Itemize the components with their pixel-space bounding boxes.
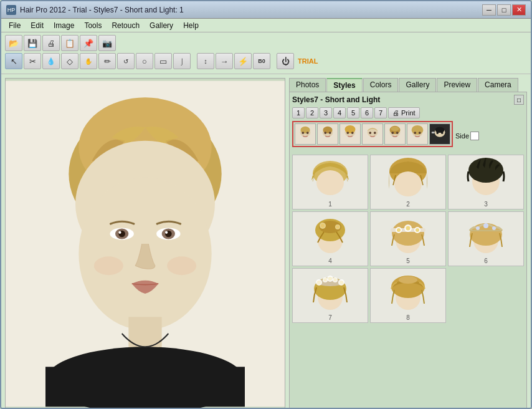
style-thumb-4[interactable] [362, 123, 383, 145]
hair-image-5 [383, 214, 433, 255]
collapse-button[interactable]: □ [514, 95, 524, 105]
rect-tool[interactable]: ▭ [154, 53, 172, 69]
svg-point-49 [316, 170, 344, 195]
hair-cell-4[interactable]: 4 [292, 211, 368, 266]
cut-tool[interactable]: ✂ [24, 53, 41, 69]
svg-point-37 [396, 132, 399, 134]
menu-edit[interactable]: Edit [26, 20, 49, 31]
save-button[interactable]: 💾 [24, 35, 41, 51]
hair-num-7: 7 [328, 314, 332, 321]
svg-point-44 [435, 127, 444, 133]
style-thumb-3[interactable] [340, 123, 361, 145]
panel-header: Styles7 - Short and Light □ [292, 95, 524, 105]
panel-content: Styles7 - Short and Light □ 1 2 3 4 5 6 … [289, 92, 527, 409]
copy-button[interactable]: 📋 [61, 35, 78, 51]
close-button[interactable]: ✕ [512, 4, 526, 16]
menu-retouch[interactable]: Retouch [107, 20, 145, 31]
tab-styles[interactable]: Styles [326, 78, 362, 92]
menu-tools[interactable]: Tools [79, 20, 107, 31]
shape-tool[interactable]: ◇ [61, 53, 78, 69]
svg-point-53 [394, 171, 422, 196]
style-thumb-1[interactable] [295, 123, 316, 145]
num-btn-4[interactable]: 4 [333, 107, 346, 118]
tab-preview[interactable]: Preview [437, 78, 477, 92]
hair-image-3 [461, 158, 511, 198]
side-checkbox[interactable] [470, 132, 479, 140]
select-tool[interactable]: ↖ [5, 53, 22, 69]
svg-point-17 [167, 256, 196, 275]
hair-cell-6[interactable]: 6 [448, 211, 524, 266]
window-title: Hair Pro 2012 - Trial - Styles7 - Short … [20, 6, 184, 14]
style-thumb-5[interactable] [384, 123, 406, 145]
menu-file[interactable]: File [4, 20, 26, 31]
svg-point-89 [340, 281, 343, 284]
titlebar-buttons: ─ □ ✕ [482, 4, 526, 16]
trial-text: TRIAL [298, 57, 318, 65]
hair-cell-7[interactable]: 7 [292, 268, 368, 323]
paste-button[interactable]: 📌 [80, 35, 97, 51]
print-button[interactable]: 🖨 [42, 35, 60, 51]
titlebar: HP Hair Pro 2012 - Trial - Styles7 - Sho… [1, 1, 531, 19]
menu-image[interactable]: Image [49, 20, 79, 31]
dropper-tool[interactable]: 💧 [42, 53, 60, 69]
num-btn-6[interactable]: 6 [361, 107, 373, 118]
hair-cell-8[interactable]: 8 [370, 268, 446, 323]
menu-help[interactable]: Help [178, 20, 204, 31]
open-button[interactable]: 📂 [5, 35, 22, 51]
svg-rect-45 [432, 132, 435, 133]
pencil-tool[interactable]: ✏ [98, 53, 116, 69]
num-btn-7[interactable]: 7 [374, 107, 387, 118]
svg-point-30 [368, 128, 378, 137]
style-thumb-2[interactable] [317, 123, 338, 145]
svg-point-20 [302, 132, 304, 134]
svg-point-40 [414, 132, 416, 134]
svg-point-24 [324, 132, 326, 134]
num-btn-5[interactable]: 5 [347, 107, 359, 118]
app-icon: HP [6, 5, 16, 15]
tab-photos[interactable]: Photos [289, 78, 326, 92]
camera-button[interactable]: 📷 [98, 35, 116, 51]
svg-point-31 [369, 132, 371, 134]
svg-point-62 [336, 226, 340, 229]
power-button[interactable]: ⏻ [277, 53, 294, 69]
lightning-tool[interactable]: ⚡ [234, 53, 252, 69]
hair-image-8 [383, 271, 433, 312]
hair-cell-3[interactable]: 3 [448, 155, 524, 209]
svg-point-81 [317, 281, 321, 284]
num-btn-1[interactable]: 1 [292, 107, 305, 118]
ellipse-tool[interactable]: ○ [136, 53, 153, 69]
tab-colors[interactable]: Colors [363, 78, 399, 92]
num-btn-3[interactable]: 3 [320, 107, 332, 118]
num-btn-2[interactable]: 2 [306, 107, 318, 118]
tab-gallery[interactable]: Gallery [399, 78, 436, 92]
hair-image-6 [461, 214, 511, 255]
hair-image-1 [305, 158, 355, 198]
svg-point-74 [476, 226, 480, 230]
style-thumb-6[interactable] [407, 123, 428, 145]
style-thumb-7[interactable] [429, 123, 450, 145]
hair-cell-1[interactable]: 1 [292, 155, 368, 209]
maximize-button[interactable]: □ [497, 4, 511, 16]
svg-point-92 [399, 276, 417, 284]
tool5[interactable]: ✋ [80, 53, 97, 69]
b0-tool[interactable]: B0 [253, 53, 270, 69]
svg-point-67 [397, 228, 401, 232]
toolbar-row-1: 📂 💾 🖨 📋 📌 📷 [5, 35, 527, 51]
svg-rect-7 [45, 367, 245, 407]
svg-point-36 [391, 132, 394, 134]
arrow-tool[interactable]: → [216, 53, 233, 69]
svg-point-15 [165, 231, 168, 234]
hair-cell-2[interactable]: 2 [370, 155, 446, 209]
print-button-panel[interactable]: 🖨 Print [388, 107, 420, 118]
flip-tool[interactable]: ↕ [197, 53, 214, 69]
tab-camera[interactable]: Camera [478, 78, 518, 92]
crop-tool[interactable]: ⌡ [173, 53, 191, 69]
menu-gallery[interactable]: Gallery [145, 20, 178, 31]
hair-image-4 [305, 214, 355, 255]
hair-cell-5[interactable]: 5 [370, 211, 446, 266]
svg-point-71 [416, 228, 419, 232]
toolbar-row-2: ↖ ✂ 💧 ◇ ✋ ✏ ↺ ○ ▭ ⌡ ↕ → ⚡ B0 ⏻ TRIAL [5, 53, 527, 69]
minimize-button[interactable]: ─ [482, 4, 496, 16]
hair-num-5: 5 [406, 257, 410, 264]
rotate-tool[interactable]: ↺ [117, 53, 135, 69]
